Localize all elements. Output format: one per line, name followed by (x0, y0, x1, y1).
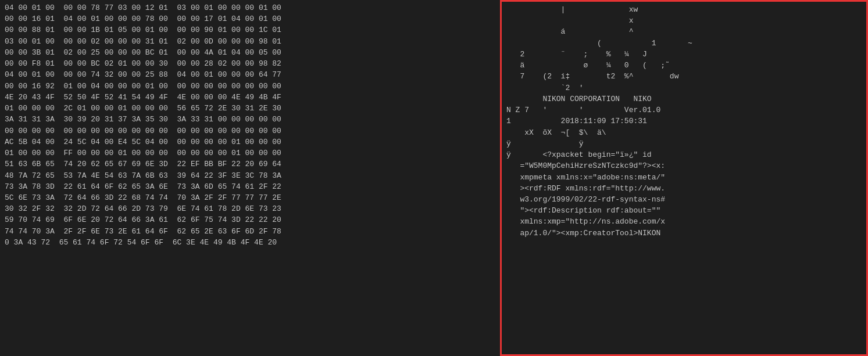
text-row-19: "><rdf:Description rdf:about="" (506, 205, 862, 216)
hex-row-6: 04 00 01 00 00 00 74 32 00 00 25 88 04 0… (5, 69, 495, 80)
main-container: 04 00 01 00 00 00 78 77 03 00 12 01 03 0… (0, 0, 868, 356)
text-row-17: ><rdf:RDF xmlns:rdf="http://www. (506, 183, 862, 194)
hex-row-19: 59 70 74 69 6F 6E 20 72 64 66 3A 61 62 6… (5, 214, 495, 225)
text-row-20: xmlns:xmp="http://ns.adobe.com/x (506, 216, 862, 227)
hex-row-7: 00 00 16 92 01 00 04 00 00 00 01 00 00 0… (5, 81, 495, 92)
text-row-21: ap/1.0/"><xmp:CreatorTool>NIKON (506, 228, 862, 239)
hex-row-10: 3A 31 31 3A 30 39 20 31 37 3A 35 30 3A 3… (5, 114, 495, 125)
hex-row-9: 01 00 00 00 2C 01 00 00 01 00 00 00 56 6… (5, 103, 495, 114)
text-row-16: xmpmeta xmlns:x="adobe:ns:meta/" (506, 172, 862, 183)
hex-row-13: 01 00 00 00 FF 00 00 00 01 00 00 00 00 0… (5, 148, 495, 159)
text-row-5: ä ø ¼ 0 ( ;̃ (506, 60, 862, 71)
hex-row-1: 00 00 16 01 04 00 01 00 00 00 78 00 00 0… (5, 13, 495, 24)
text-row-18: w3.org/1999/02/22-rdf-syntax-ns# (506, 194, 862, 205)
text-row-0: | xw (506, 4, 862, 15)
hex-row-3: 03 00 01 00 00 00 02 00 00 00 31 01 02 0… (5, 36, 495, 47)
text-row-4: 2 ¨ ; % ¼ J (506, 49, 862, 60)
hex-row-14: 51 63 6B 65 74 20 62 65 67 69 6E 3D 22 E… (5, 159, 495, 170)
hex-row-12: AC 5B 04 00 24 5C 04 00 E4 5C 04 00 00 0… (5, 136, 495, 148)
text-row-10: 1 2018:11:09 17:50:31 (506, 116, 862, 127)
text-row-9: N Z 7 ' ' Ver.01.0 (506, 105, 862, 116)
text-row-7: `2 ' (506, 82, 862, 94)
text-row-14: ÿ <?xpacket begin="ï»¿" id (506, 149, 862, 160)
hex-row-0: 04 00 01 00 00 00 78 77 03 00 12 01 03 0… (5, 2, 495, 13)
text-row-12: xX õX ¬[ $\ ä\ (506, 127, 862, 138)
text-row-15: ="W5M0MpCehiHzreSzNTczkc9d"?><x: (506, 160, 862, 171)
hex-row-11: 00 00 00 00 00 00 00 00 00 00 00 00 00 0… (5, 125, 495, 136)
hex-row-4: 00 00 3B 01 02 00 25 00 00 00 BC 01 00 0… (5, 47, 495, 58)
text-row-8: NIKON CORPORATION NIKO (506, 94, 862, 105)
hex-row-17: 5C 6E 73 3A 72 64 66 3D 22 68 74 74 70 3… (5, 192, 495, 203)
hex-row-8: 4E 20 43 4F 52 50 4F 52 41 54 49 4F 4E 0… (5, 92, 495, 103)
hex-row-2: 00 00 88 01 00 00 1B 01 05 00 01 00 00 0… (5, 24, 495, 35)
text-row-3: ( 1 ~ (506, 38, 862, 49)
hex-row-20: 74 74 70 3A 2F 2F 6E 73 2E 61 64 6F 62 6… (5, 226, 495, 237)
text-row-13: ÿ ÿ (506, 138, 862, 149)
hex-row-16: 73 3A 78 3D 22 61 64 6F 62 65 3A 6E 73 3… (5, 181, 495, 192)
hex-row-15: 48 7A 72 65 53 7A 4E 54 63 7A 6B 63 39 6… (5, 170, 495, 181)
hex-row-18: 30 32 2F 32 32 2D 72 64 66 2D 73 79 6E 7… (5, 203, 495, 214)
text-row-2: á ^ (506, 26, 862, 37)
text-row-1: x (506, 15, 862, 26)
hex-row-5: 00 00 F8 01 00 00 BC 02 01 00 00 30 00 0… (5, 58, 495, 69)
text-panel: | xw x á ^ ( 1 ~ 2 ¨ ; % ¼ J ä ø ¼ 0 (500, 0, 868, 356)
text-row-6: 7 (2 i‡ t2 %^ dw (506, 71, 862, 82)
hex-panel: 04 00 01 00 00 00 78 77 03 00 12 01 03 0… (0, 0, 500, 356)
hex-row-21: 0 3A 43 72 65 61 74 6F 72 54 6F 6F 6C 3E… (5, 237, 495, 248)
